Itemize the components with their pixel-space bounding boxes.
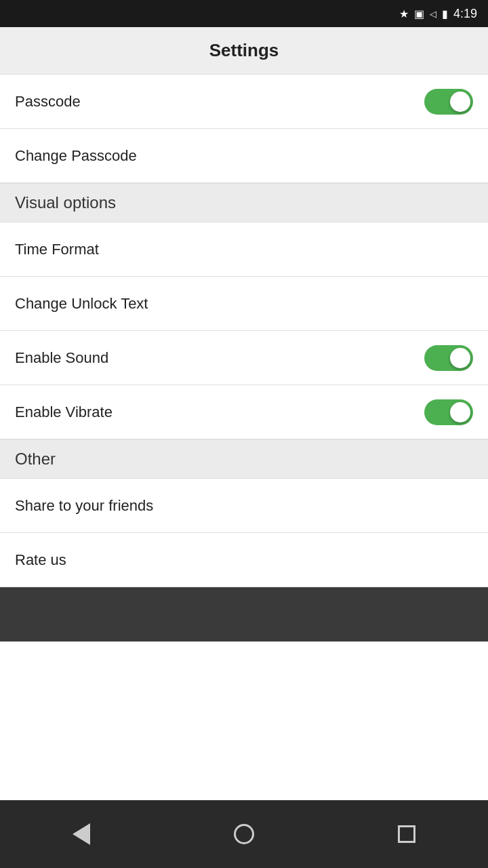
passcode-row[interactable]: Passcode: [0, 75, 488, 129]
rate-us-row[interactable]: Rate us: [0, 533, 488, 587]
share-friends-row[interactable]: Share to your friends: [0, 479, 488, 533]
enable-vibrate-row[interactable]: Enable Vibrate: [0, 385, 488, 439]
visual-options-header: Visual options: [0, 183, 488, 222]
signal-icon: ◁: [430, 9, 436, 19]
rate-us-label: Rate us: [15, 551, 66, 569]
time-format-row[interactable]: Time Format: [0, 222, 488, 277]
enable-vibrate-toggle[interactable]: [424, 399, 473, 425]
favorite-icon: ★: [399, 7, 409, 20]
change-unlock-text-label: Change Unlock Text: [15, 295, 148, 313]
enable-vibrate-toggle-thumb: [450, 402, 470, 422]
enable-vibrate-label: Enable Vibrate: [15, 403, 113, 421]
passcode-toggle[interactable]: [424, 89, 473, 115]
share-friends-label: Share to your friends: [15, 497, 153, 515]
status-time: 4:19: [453, 7, 477, 21]
recent-icon: [398, 825, 415, 843]
vibrate-icon: ▣: [414, 7, 424, 20]
status-icons: ★ ▣ ◁ ▮ 4:19: [399, 7, 477, 21]
back-button[interactable]: [61, 814, 102, 854]
enable-sound-toggle[interactable]: [424, 345, 473, 371]
recent-button[interactable]: [386, 814, 427, 854]
time-format-label: Time Format: [15, 241, 99, 258]
page-title: Settings: [209, 40, 279, 61]
enable-sound-label: Enable Sound: [15, 349, 108, 367]
change-passcode-label: Change Passcode: [15, 147, 137, 165]
home-icon: [234, 824, 254, 844]
change-passcode-row[interactable]: Change Passcode: [0, 129, 488, 183]
passcode-label: Passcode: [15, 93, 81, 111]
other-header: Other: [0, 439, 488, 479]
other-text: Other: [15, 450, 56, 468]
enable-sound-row[interactable]: Enable Sound: [0, 331, 488, 385]
change-unlock-text-row[interactable]: Change Unlock Text: [0, 277, 488, 331]
battery-icon: ▮: [442, 7, 448, 20]
back-icon: [73, 823, 90, 845]
bottom-gray-area: [0, 587, 488, 642]
status-bar: ★ ▣ ◁ ▮ 4:19: [0, 0, 488, 27]
passcode-toggle-thumb: [450, 92, 470, 112]
nav-bar: [0, 800, 488, 868]
app-bar: Settings: [0, 27, 488, 75]
home-button[interactable]: [224, 814, 264, 854]
visual-options-text: Visual options: [15, 193, 116, 212]
enable-sound-toggle-thumb: [450, 348, 470, 368]
settings-content: Passcode Change Passcode Visual options …: [0, 75, 488, 800]
